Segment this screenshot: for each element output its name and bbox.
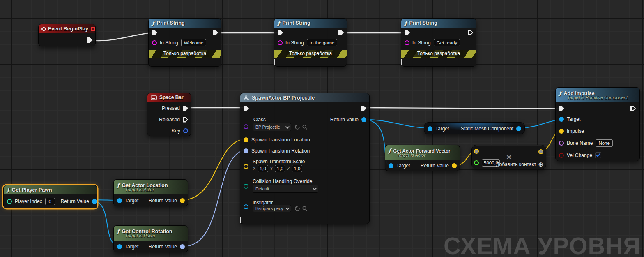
pin-label: Released [159, 117, 180, 123]
in-string-input[interactable]: Get ready [434, 39, 460, 46]
pin-label: Spawn Transform Location [251, 137, 310, 143]
pin-label: Impulse [567, 128, 584, 134]
delegate-pin[interactable] [91, 27, 95, 31]
pin-label: Return Value [421, 163, 449, 169]
function-icon: ƒ [7, 187, 9, 193]
node-title: SpawnActor BP Projectile [252, 95, 315, 101]
target-pin[interactable] [389, 163, 393, 168]
node-get-player-pawn[interactable]: ƒ Get Player Pawn Player Index 0 Return … [3, 185, 97, 208]
node-spawnactor-bp-projectile[interactable]: SpawnActor BP Projectile Class BP Projec… [240, 93, 370, 224]
collapse-chevron-icon[interactable] [274, 59, 275, 65]
exec-in-pin[interactable] [152, 30, 157, 35]
impulse-pin[interactable] [559, 129, 564, 134]
add-pin-icon[interactable]: ⊕ [538, 162, 543, 167]
spawn-scale-pin[interactable] [244, 164, 248, 169]
node-static-mesh-component[interactable]: Target Static Mesh Component [424, 122, 525, 134]
target-pin[interactable] [428, 126, 432, 131]
multiply-operator: × [506, 153, 511, 161]
pin-label: In String [160, 40, 178, 46]
vel-change-checkbox[interactable] [595, 152, 601, 158]
pin-label: Target [125, 244, 138, 250]
blueprint-canvas[interactable]: СХЕМА УРОВНЯ Event BeginPlay ƒ Print Str… [0, 0, 644, 257]
pressed-exec-pin[interactable] [183, 106, 188, 111]
in-string-input[interactable]: to the game [307, 39, 338, 46]
pin-label: In String [285, 40, 304, 46]
instigator-dropdown[interactable]: Выбрать ресурс [253, 205, 291, 212]
player-index-pin[interactable] [7, 199, 12, 204]
node-event-beginplay[interactable]: Event BeginPlay [38, 24, 96, 46]
instigator-pin[interactable] [244, 204, 248, 209]
class-pin[interactable] [244, 124, 248, 129]
exec-out-pin[interactable] [468, 30, 473, 35]
development-only-band: Только разработка [401, 50, 476, 58]
collision-pin[interactable] [244, 184, 248, 189]
exec-in-pin[interactable] [405, 30, 410, 35]
output-pin[interactable] [516, 126, 521, 131]
exec-out-pin[interactable] [213, 30, 218, 35]
string-pin[interactable] [405, 40, 409, 45]
pin-label: Return Value [149, 244, 177, 250]
vel-change-pin[interactable] [559, 153, 564, 158]
pin-label: Player Index [15, 199, 42, 204]
collapse-chevron-icon[interactable] [149, 59, 150, 65]
collapse-chevron-icon[interactable] [240, 217, 241, 223]
function-icon: ƒ [559, 90, 561, 96]
multiply-output-pin[interactable] [538, 149, 543, 154]
pin-label: Return Value [149, 198, 177, 204]
exec-out-pin[interactable] [630, 106, 636, 111]
return-value-pin[interactable] [180, 198, 185, 203]
node-print-string-3[interactable]: ƒ Print String In String Get ready Тольк… [401, 18, 476, 67]
multiply-input-a-pin[interactable] [474, 149, 479, 154]
scale-z-input[interactable]: 1,0 [292, 165, 302, 172]
bone-name-input[interactable]: None [596, 139, 613, 147]
return-value-pin[interactable] [452, 163, 457, 168]
multiply-input-b-pin[interactable] [474, 160, 479, 165]
reset-icon[interactable] [294, 124, 300, 130]
player-index-input[interactable]: 0 [45, 198, 55, 205]
scale-y-input[interactable]: 1,0 [275, 165, 285, 172]
keyboard-icon [151, 95, 157, 100]
node-print-string-1[interactable]: ƒ Print String In String Welcome Только … [148, 18, 221, 67]
search-icon[interactable] [302, 206, 308, 211]
target-pin[interactable] [117, 198, 122, 203]
return-value-pin[interactable] [180, 244, 185, 249]
in-string-input[interactable]: Welcome [181, 39, 207, 46]
node-multiply[interactable]: × 5000,0 Добавить контакт ⊕ [472, 145, 546, 169]
spawn-rotation-pin[interactable] [244, 148, 248, 153]
node-get-control-rotation[interactable]: ƒ Get Control Rotation Target is Pawn Ta… [113, 225, 188, 252]
scale-x-input[interactable]: 1,0 [258, 165, 268, 172]
exec-in-pin[interactable] [278, 30, 283, 35]
node-title: Space Bar [159, 95, 184, 100]
add-pin-label: Добавить контакт [496, 162, 536, 167]
exec-in-pin[interactable] [244, 106, 249, 111]
node-get-actor-location[interactable]: ƒ Get Actor Location Target is Actor Tar… [113, 179, 188, 206]
string-pin[interactable] [152, 40, 157, 45]
string-pin[interactable] [278, 40, 283, 45]
key-pin[interactable] [183, 128, 188, 133]
target-pin[interactable] [117, 244, 122, 249]
function-icon: ƒ [117, 228, 120, 234]
reset-icon[interactable] [294, 206, 300, 211]
exec-in-pin[interactable] [559, 106, 564, 111]
exec-out-pin[interactable] [361, 106, 366, 111]
return-value-pin[interactable] [92, 199, 97, 204]
node-space-bar[interactable]: Space Bar Pressed Released Key [147, 93, 191, 136]
exec-out-pin[interactable] [87, 37, 92, 43]
spawn-location-pin[interactable] [244, 137, 248, 142]
return-value-pin[interactable] [361, 117, 366, 122]
bone-name-pin[interactable] [559, 141, 564, 146]
node-subtitle: Target is Pawn [125, 233, 184, 238]
collapse-chevron-icon[interactable] [401, 59, 402, 65]
pin-label: Pressed [162, 105, 180, 111]
node-get-actor-forward-vector[interactable]: ƒ Get Actor Forward Vector Target is Act… [385, 145, 460, 171]
search-icon[interactable] [302, 124, 308, 130]
node-subtitle: Target is Primitive Component [567, 95, 636, 100]
class-dropdown[interactable]: BP Projectile [253, 123, 291, 131]
pin-label: Vel Change [567, 153, 592, 158]
target-pin[interactable] [559, 117, 564, 122]
collision-dropdown[interactable]: Default [253, 185, 318, 193]
exec-out-pin[interactable] [338, 30, 344, 35]
node-print-string-2[interactable]: ƒ Print String In String to the game Тол… [274, 18, 347, 67]
node-add-impulse[interactable]: ƒ Add Impulse Target is Primitive Compon… [555, 87, 640, 161]
released-exec-pin[interactable] [183, 117, 188, 123]
